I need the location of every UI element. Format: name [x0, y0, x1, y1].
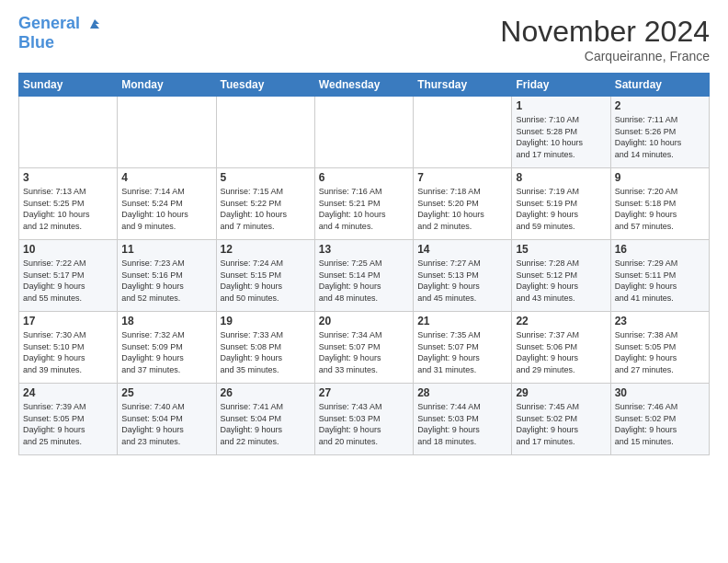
- day-info: Sunrise: 7:14 AMSunset: 5:24 PMDaylight:…: [121, 186, 211, 232]
- week-row-1: 3Sunrise: 7:13 AMSunset: 5:25 PMDaylight…: [19, 168, 710, 240]
- calendar-cell: 10Sunrise: 7:22 AMSunset: 5:17 PMDayligh…: [19, 240, 118, 312]
- calendar-cell: [414, 97, 512, 168]
- day-info: Sunrise: 7:39 AMSunset: 5:05 PMDaylight:…: [23, 401, 113, 447]
- day-info: Sunrise: 7:44 AMSunset: 5:03 PMDaylight:…: [417, 401, 507, 447]
- day-info: Sunrise: 7:35 AMSunset: 5:07 PMDaylight:…: [417, 329, 507, 375]
- day-number: 16: [615, 243, 705, 256]
- day-info: Sunrise: 7:30 AMSunset: 5:10 PMDaylight:…: [23, 329, 113, 375]
- day-number: 6: [319, 171, 409, 184]
- day-info: Sunrise: 7:18 AMSunset: 5:20 PMDaylight:…: [417, 186, 507, 232]
- calendar-cell: [19, 97, 118, 168]
- calendar-cell: 30Sunrise: 7:46 AMSunset: 5:02 PMDayligh…: [610, 384, 709, 455]
- day-number: 8: [516, 171, 606, 184]
- week-row-3: 17Sunrise: 7:30 AMSunset: 5:10 PMDayligh…: [19, 312, 710, 384]
- day-number: 18: [121, 315, 211, 327]
- calendar-cell: 25Sunrise: 7:40 AMSunset: 5:04 PMDayligh…: [118, 384, 216, 455]
- day-info: Sunrise: 7:40 AMSunset: 5:04 PMDaylight:…: [121, 401, 211, 447]
- day-number: 26: [221, 386, 311, 399]
- week-row-4: 24Sunrise: 7:39 AMSunset: 5:05 PMDayligh…: [19, 384, 710, 455]
- day-info: Sunrise: 7:15 AMSunset: 5:22 PMDaylight:…: [221, 186, 311, 232]
- day-info: Sunrise: 7:25 AMSunset: 5:14 PMDaylight:…: [319, 258, 409, 304]
- day-number: 25: [121, 386, 211, 399]
- day-number: 28: [417, 386, 507, 399]
- day-info: Sunrise: 7:46 AMSunset: 5:02 PMDaylight:…: [615, 401, 705, 447]
- day-number: 24: [23, 386, 113, 399]
- calendar-cell: 14Sunrise: 7:27 AMSunset: 5:13 PMDayligh…: [414, 240, 512, 312]
- calendar-cell: 2Sunrise: 7:11 AMSunset: 5:26 PMDaylight…: [610, 97, 709, 168]
- calendar-cell: 21Sunrise: 7:35 AMSunset: 5:07 PMDayligh…: [414, 312, 512, 384]
- day-info: Sunrise: 7:43 AMSunset: 5:03 PMDaylight:…: [319, 401, 409, 447]
- calendar-cell: 15Sunrise: 7:28 AMSunset: 5:12 PMDayligh…: [512, 240, 610, 312]
- day-number: 13: [319, 243, 409, 256]
- header: General Blue November 2024 Carqueiranne,…: [18, 15, 710, 63]
- day-number: 2: [615, 99, 705, 112]
- calendar-cell: 27Sunrise: 7:43 AMSunset: 5:03 PMDayligh…: [314, 384, 413, 455]
- weekday-header-saturday: Saturday: [610, 74, 709, 97]
- day-info: Sunrise: 7:19 AMSunset: 5:19 PMDaylight:…: [516, 186, 606, 232]
- calendar-cell: 17Sunrise: 7:30 AMSunset: 5:10 PMDayligh…: [19, 312, 118, 384]
- day-number: 15: [516, 243, 606, 256]
- calendar-cell: 4Sunrise: 7:14 AMSunset: 5:24 PMDaylight…: [118, 168, 216, 240]
- day-info: Sunrise: 7:28 AMSunset: 5:12 PMDaylight:…: [516, 258, 606, 304]
- day-number: 22: [516, 315, 606, 327]
- day-number: 3: [23, 171, 113, 184]
- day-number: 19: [221, 315, 311, 327]
- calendar-cell: 19Sunrise: 7:33 AMSunset: 5:08 PMDayligh…: [216, 312, 314, 384]
- calendar-cell: 29Sunrise: 7:45 AMSunset: 5:02 PMDayligh…: [512, 384, 610, 455]
- calendar-cell: 13Sunrise: 7:25 AMSunset: 5:14 PMDayligh…: [314, 240, 413, 312]
- day-info: Sunrise: 7:16 AMSunset: 5:21 PMDaylight:…: [319, 186, 409, 232]
- calendar-cell: 7Sunrise: 7:18 AMSunset: 5:20 PMDaylight…: [414, 168, 512, 240]
- week-row-0: 1Sunrise: 7:10 AMSunset: 5:28 PMDaylight…: [19, 97, 710, 168]
- day-number: 1: [516, 99, 606, 112]
- weekday-header-wednesday: Wednesday: [314, 74, 413, 97]
- month-title: November 2024: [500, 15, 710, 49]
- day-info: Sunrise: 7:34 AMSunset: 5:07 PMDaylight:…: [319, 329, 409, 375]
- day-info: Sunrise: 7:27 AMSunset: 5:13 PMDaylight:…: [417, 258, 507, 304]
- day-info: Sunrise: 7:33 AMSunset: 5:08 PMDaylight:…: [221, 329, 311, 375]
- day-number: 17: [23, 315, 113, 327]
- day-info: Sunrise: 7:45 AMSunset: 5:02 PMDaylight:…: [516, 401, 606, 447]
- weekday-header-tuesday: Tuesday: [216, 74, 314, 97]
- calendar-table: SundayMondayTuesdayWednesdayThursdayFrid…: [18, 73, 710, 455]
- day-info: Sunrise: 7:11 AMSunset: 5:26 PMDaylight:…: [615, 114, 705, 160]
- page-container: General Blue November 2024 Carqueiranne,…: [0, 0, 728, 470]
- day-number: 10: [23, 243, 113, 256]
- day-info: Sunrise: 7:10 AMSunset: 5:28 PMDaylight:…: [516, 114, 606, 160]
- location: Carqueiranne, France: [500, 49, 710, 63]
- day-number: 27: [319, 386, 409, 399]
- day-number: 12: [221, 243, 311, 256]
- day-number: 7: [417, 171, 507, 184]
- day-number: 11: [121, 243, 211, 256]
- calendar-cell: 3Sunrise: 7:13 AMSunset: 5:25 PMDaylight…: [19, 168, 118, 240]
- calendar-cell: 12Sunrise: 7:24 AMSunset: 5:15 PMDayligh…: [216, 240, 314, 312]
- weekday-header-thursday: Thursday: [414, 74, 512, 97]
- weekday-header-monday: Monday: [118, 74, 216, 97]
- day-number: 4: [121, 171, 211, 184]
- calendar-cell: 24Sunrise: 7:39 AMSunset: 5:05 PMDayligh…: [19, 384, 118, 455]
- calendar-cell: 1Sunrise: 7:10 AMSunset: 5:28 PMDaylight…: [512, 97, 610, 168]
- calendar-cell: 18Sunrise: 7:32 AMSunset: 5:09 PMDayligh…: [118, 312, 216, 384]
- day-number: 23: [615, 315, 705, 327]
- day-info: Sunrise: 7:38 AMSunset: 5:05 PMDaylight:…: [615, 329, 705, 375]
- weekday-header-sunday: Sunday: [19, 74, 118, 97]
- day-number: 21: [417, 315, 507, 327]
- calendar-cell: 28Sunrise: 7:44 AMSunset: 5:03 PMDayligh…: [414, 384, 512, 455]
- calendar-cell: 16Sunrise: 7:29 AMSunset: 5:11 PMDayligh…: [610, 240, 709, 312]
- logo-text: General: [18, 15, 103, 33]
- day-number: 30: [615, 386, 705, 399]
- calendar-cell: 6Sunrise: 7:16 AMSunset: 5:21 PMDaylight…: [314, 168, 413, 240]
- calendar-cell: [216, 97, 314, 168]
- logo-icon: [86, 16, 103, 32]
- calendar-cell: [118, 97, 216, 168]
- day-info: Sunrise: 7:20 AMSunset: 5:18 PMDaylight:…: [615, 186, 705, 232]
- day-info: Sunrise: 7:41 AMSunset: 5:04 PMDaylight:…: [221, 401, 311, 447]
- logo: General Blue: [18, 15, 103, 52]
- calendar-cell: 8Sunrise: 7:19 AMSunset: 5:19 PMDaylight…: [512, 168, 610, 240]
- calendar-cell: 20Sunrise: 7:34 AMSunset: 5:07 PMDayligh…: [314, 312, 413, 384]
- calendar-cell: 26Sunrise: 7:41 AMSunset: 5:04 PMDayligh…: [216, 384, 314, 455]
- weekday-header-friday: Friday: [512, 74, 610, 97]
- day-info: Sunrise: 7:29 AMSunset: 5:11 PMDaylight:…: [615, 258, 705, 304]
- day-number: 5: [221, 171, 311, 184]
- calendar-cell: 5Sunrise: 7:15 AMSunset: 5:22 PMDaylight…: [216, 168, 314, 240]
- calendar-cell: 22Sunrise: 7:37 AMSunset: 5:06 PMDayligh…: [512, 312, 610, 384]
